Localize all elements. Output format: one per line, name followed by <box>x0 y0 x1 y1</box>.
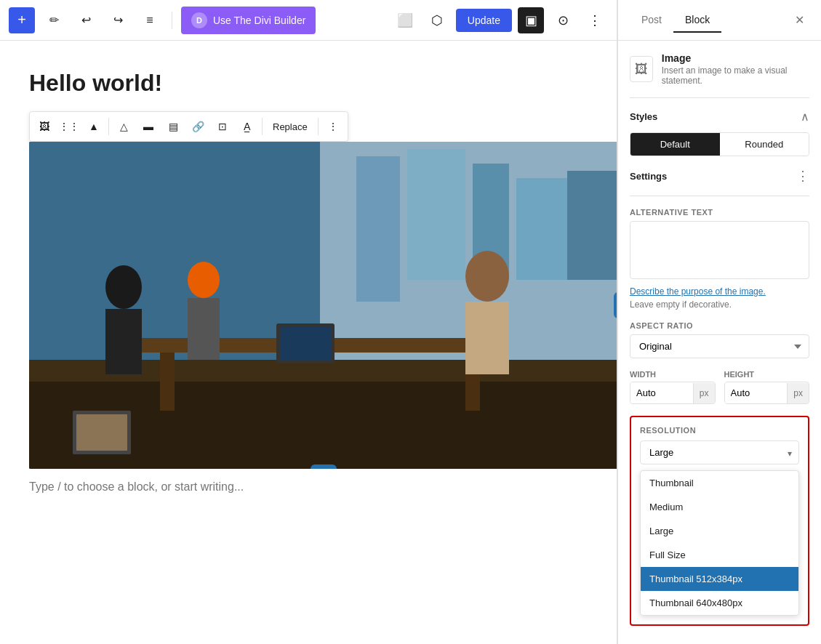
external-link-icon: ⬡ <box>431 12 443 28</box>
alt-text-input[interactable] <box>630 221 809 279</box>
triangle-icon: △ <box>120 121 128 132</box>
aspect-ratio-select[interactable]: OriginalSquare4:33:216:9 <box>630 334 809 358</box>
height-label: HEIGHT <box>724 370 810 379</box>
width-unit: px <box>693 383 715 403</box>
resolution-option-thumbnail[interactable]: Thumbnail <box>641 471 798 495</box>
undo-button[interactable]: ↩ <box>73 7 99 33</box>
option-thumb640-label: Thumbnail 640x480px <box>649 597 742 608</box>
toolbar-divider-3 <box>318 118 319 135</box>
link-button[interactable]: 🔗 <box>186 115 209 138</box>
resize-handle-right[interactable] <box>614 292 617 318</box>
divi-circle-button[interactable]: ⊙ <box>550 7 576 33</box>
alt-link[interactable]: Describe the purpose of the image. <box>630 286 809 297</box>
svg-rect-17 <box>465 302 509 374</box>
block-panel-toggle-button[interactable]: ▣ <box>518 7 544 33</box>
svg-rect-5 <box>516 178 567 280</box>
block-more-options-button[interactable]: ⋮ <box>321 115 345 138</box>
resolution-option-thumb512[interactable]: Thumbnail 512x384px <box>641 567 798 591</box>
preview-device-button[interactable]: ⬜ <box>392 7 418 33</box>
panel-header: Post Block ✕ <box>618 0 821 41</box>
resolution-option-medium[interactable]: Medium <box>641 495 798 519</box>
preview-external-button[interactable]: ⬡ <box>424 7 450 33</box>
settings-row: Settings ⋮ <box>630 168 809 196</box>
alt-hint: Leave empty if decorative. <box>630 299 809 310</box>
svg-rect-2 <box>356 156 400 302</box>
chevron-up-icon: ▲ <box>89 121 99 132</box>
update-button[interactable]: Update <box>456 9 512 32</box>
svg-rect-3 <box>407 149 465 280</box>
post-title: Hello world! <box>29 70 588 97</box>
panel-close-button[interactable]: ✕ <box>789 10 809 31</box>
svg-point-14 <box>188 262 220 298</box>
resolution-option-thumb640[interactable]: Thumbnail 640x480px <box>641 591 798 615</box>
style-rounded-button[interactable]: Rounded <box>720 133 809 156</box>
resolution-label: RESOLUTION <box>640 426 799 435</box>
divi-label: Use The Divi Builder <box>213 15 305 26</box>
align-button[interactable]: △ <box>112 115 135 138</box>
edit-tool-button[interactable]: ✏ <box>41 7 67 33</box>
caption-button[interactable]: ▤ <box>161 115 185 138</box>
post-image[interactable] <box>29 142 617 469</box>
divi-builder-button[interactable]: D Use The Divi Builder <box>181 7 316 34</box>
styles-collapse-button[interactable]: ∧ <box>801 110 809 124</box>
block-info-title: Image <box>662 52 809 64</box>
redo-button[interactable]: ↪ <box>105 7 131 33</box>
aspect-ratio-label: ASPECT RATIO <box>630 321 809 330</box>
option-large-label: Large <box>649 526 673 536</box>
width-label: WIDTH <box>630 370 716 379</box>
aspect-ratio-section: ASPECT RATIO OriginalSquare4:33:216:9 <box>630 321 809 370</box>
width-input[interactable] <box>630 382 693 403</box>
height-input[interactable] <box>725 382 788 403</box>
resolution-dropdown: Thumbnail Medium Large Full Size Thumbna… <box>640 470 799 616</box>
more-options-button[interactable]: ⋮ <box>582 7 608 33</box>
option-thumb512-label: Thumbnail 512x384px <box>649 573 742 584</box>
top-toolbar: + ✏ ↩ ↪ ≡ D Use The Divi Builder ⬜ ⬡ Upd… <box>0 0 617 41</box>
width-input-wrap: px <box>630 382 716 404</box>
tab-block[interactable]: Block <box>673 8 721 33</box>
toolbar-divider <box>172 12 172 29</box>
drag-handle-button[interactable]: ⋮⋮ <box>57 115 81 138</box>
replace-button[interactable]: Replace <box>265 118 315 135</box>
office-image-svg <box>29 142 617 469</box>
expand-icon: ▬ <box>143 121 153 132</box>
height-input-wrap: px <box>724 382 810 404</box>
undo-icon: ↩ <box>81 13 91 27</box>
full-width-button[interactable]: ▬ <box>137 115 160 138</box>
move-up-button[interactable]: ▲ <box>82 115 105 138</box>
style-default-button[interactable]: Default <box>630 133 720 156</box>
tab-post[interactable]: Post <box>630 8 673 33</box>
image-block-icon-btn[interactable]: 🖼 <box>33 115 56 138</box>
svg-rect-15 <box>188 298 220 360</box>
block-toolbar: 🖼 ⋮⋮ ▲ △ ▬ ▤ 🔗 ⊡ <box>29 111 348 142</box>
option-full-label: Full Size <box>649 550 686 560</box>
height-unit: px <box>787 383 809 403</box>
panel-icon: ▣ <box>525 12 537 28</box>
resize-handle-bottom[interactable] <box>311 464 337 469</box>
caption-icon: ▤ <box>169 121 178 132</box>
panel-body: 🖼 Image Insert an image to make a visual… <box>618 41 821 644</box>
crop-icon: ⊡ <box>218 121 227 132</box>
svg-rect-10 <box>160 353 175 411</box>
svg-rect-6 <box>567 171 617 280</box>
list-view-button[interactable]: ≡ <box>137 7 163 33</box>
crop-button[interactable]: ⊡ <box>211 115 234 138</box>
text-overlay-button[interactable]: A̲ <box>236 115 259 138</box>
toolbar-divider-1 <box>108 118 109 135</box>
styles-section: Styles ∧ Default Rounded <box>630 110 809 156</box>
settings-more-button[interactable]: ⋮ <box>796 168 809 184</box>
redo-icon: ↪ <box>113 13 123 27</box>
image-icon: 🖼 <box>39 121 49 132</box>
resolution-select[interactable]: Large <box>640 440 799 464</box>
content-placeholder[interactable]: Type / to choose a block, or start writi… <box>29 469 588 505</box>
right-panel: Post Block ✕ 🖼 Image Insert an image to … <box>617 0 821 644</box>
svg-rect-13 <box>105 309 142 374</box>
divi-circle-icon: ⊙ <box>558 12 569 28</box>
resolution-option-large[interactable]: Large <box>641 519 798 543</box>
block-info-description: Insert an image to make a visual stateme… <box>662 65 809 86</box>
resolution-option-full[interactable]: Full Size <box>641 543 798 567</box>
svg-rect-19 <box>280 327 331 360</box>
block-info: 🖼 Image Insert an image to make a visual… <box>630 52 809 98</box>
add-block-button[interactable]: + <box>9 7 35 33</box>
image-block-icon: 🖼 <box>630 56 653 82</box>
svg-point-12 <box>105 265 142 309</box>
